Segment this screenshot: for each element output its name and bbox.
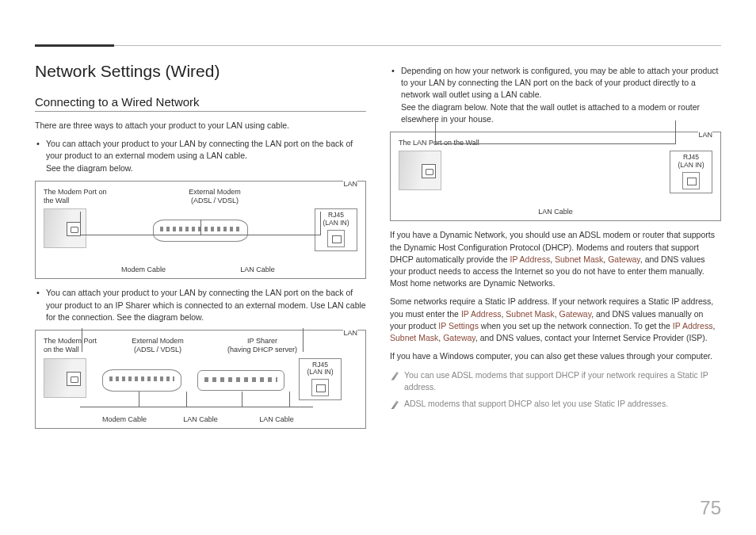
lan-header: LAN (343, 180, 357, 188)
wall-label: The Modem Port on the Wall (44, 337, 105, 355)
modem-label: External Modem (132, 337, 184, 345)
lan-header: LAN (698, 131, 712, 139)
wall-port-icon (44, 358, 86, 398)
diagram-ip-sharer: LAN The Modem Port on the Wall External … (35, 330, 366, 429)
wall-port-icon (399, 151, 441, 190)
ip-sharer-icon (197, 370, 284, 391)
diagram-wall-direct: LAN The LAN Port on the Wall RJ45 (LAN I… (390, 132, 721, 221)
modem-label: External Modem (189, 188, 241, 196)
paragraph-static: Some networks require a Static IP addres… (390, 296, 721, 344)
cable-label-2: LAN Cable (162, 415, 239, 423)
link-ip-settings[interactable]: IP Settings (438, 321, 479, 331)
cable-label-2: LAN Cable (200, 266, 315, 273)
note-1: You can use ADSL modems that support DHC… (390, 369, 721, 393)
link-gateway[interactable]: Gateway (559, 309, 591, 319)
paragraph-windows: If you have a Windows computer, you can … (390, 350, 721, 362)
cable-label-3: LAN Cable (239, 415, 315, 423)
modem-sublabel: (ADSL / VDSL) (105, 346, 210, 354)
page-title: Network Settings (Wired) (35, 62, 366, 81)
lan-port-icon: RJ45 (LAN IN) (299, 358, 342, 401)
section-heading: Connecting to a Wired Network (35, 95, 366, 112)
page-number: 75 (700, 497, 721, 519)
note-2: ADSL modems that support DHCP also let y… (390, 398, 721, 410)
bullet-1: You can attach your product to your LAN … (35, 138, 366, 174)
link-gateway[interactable]: Gateway (608, 254, 640, 264)
paragraph-dynamic: If you have a Dynamic Network, you shoul… (390, 229, 721, 289)
link-subnet[interactable]: Subnet Mask (390, 333, 438, 342)
intro-text: There are three ways to attach your prod… (35, 120, 366, 132)
sharer-sublabel: (having DHCP server) (210, 346, 315, 354)
link-subnet[interactable]: Subnet Mask (506, 309, 554, 319)
link-ip[interactable]: IP Address (673, 321, 713, 331)
cable-label-1: Modem Cable (86, 415, 162, 423)
link-ip[interactable]: IP Address (461, 309, 502, 319)
modem-sublabel: (ADSL / VDSL) (115, 197, 315, 205)
wall-label: The Modem Port on the Wall (44, 188, 115, 206)
bullet-2: You can attach your product to your LAN … (35, 287, 366, 323)
lan-header: LAN (343, 329, 357, 337)
link-subnet[interactable]: Subnet Mask (555, 254, 603, 264)
lan-port-icon: RJ45 (LAN IN) (670, 151, 712, 193)
modem-icon (102, 369, 181, 392)
sharer-label: IP Sharer (247, 337, 277, 345)
cable-label-1: LAN Cable (441, 208, 670, 216)
lan-port-icon: RJ45 (LAN IN) (315, 208, 357, 251)
link-ip[interactable]: IP Address (510, 254, 551, 264)
link-gateway[interactable]: Gateway (443, 333, 475, 342)
bullet-3: Depending on how your network is configu… (390, 65, 721, 125)
diagram-modem: LAN The Modem Port on the Wall External … (35, 181, 366, 280)
cable-label-1: Modem Cable (86, 266, 200, 273)
